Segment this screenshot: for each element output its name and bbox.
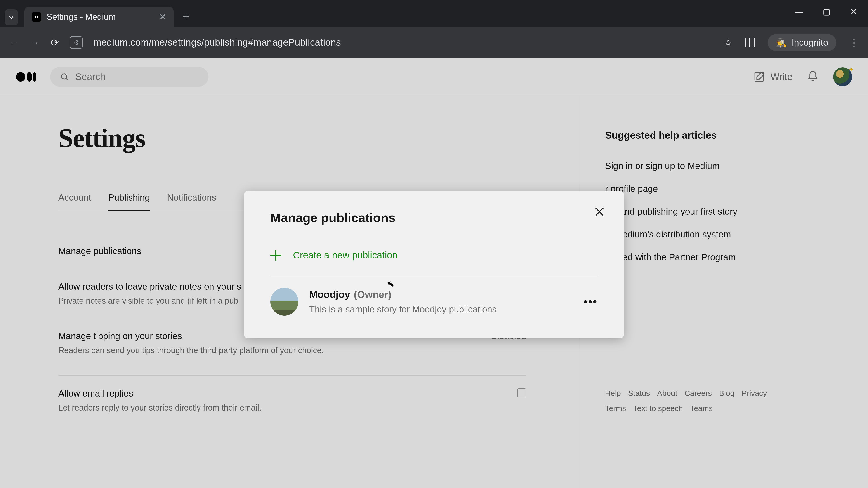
help-link[interactable]: Sign in or sign up to Medium [605, 161, 769, 171]
search-field[interactable] [50, 67, 209, 87]
publication-name: Moodjoy [309, 289, 350, 300]
help-link[interactable]: ing and publishing your first story [605, 206, 769, 217]
row-title: Manage publications [58, 246, 141, 256]
manage-publications-modal: Manage publications Create a new publica… [244, 191, 624, 338]
footer-link[interactable]: About [657, 389, 677, 398]
side-panel-icon[interactable] [745, 37, 755, 47]
nav-forward-button[interactable]: → [30, 37, 40, 48]
window-close-button[interactable]: ✕ [850, 8, 857, 16]
help-links: Sign in or sign up to Medium r profile p… [605, 161, 769, 262]
svg-point-0 [62, 74, 67, 79]
browser-tab[interactable]: •• Settings - Medium ✕ [24, 7, 174, 27]
tab-strip: •• Settings - Medium ✕ + [0, 0, 868, 27]
row-title: Allow email replies [58, 388, 261, 398]
footer-link[interactable]: Help [605, 389, 621, 398]
footer-link[interactable]: Teams [690, 404, 713, 413]
publication-more-button[interactable]: ••• [584, 295, 598, 308]
email-replies-checkbox[interactable] [517, 388, 526, 397]
footer-link[interactable]: Text to speech [633, 404, 683, 413]
nav-back-button[interactable]: ← [9, 37, 19, 48]
write-label: Write [771, 71, 793, 82]
tab-title: Settings - Medium [46, 12, 154, 22]
tab-account[interactable]: Account [58, 193, 91, 210]
avatar[interactable] [833, 67, 852, 86]
tab-notifications[interactable]: Notifications [167, 193, 216, 210]
bell-icon [807, 70, 819, 82]
write-button[interactable]: Write [753, 71, 793, 83]
modal-title: Manage publications [270, 210, 598, 225]
plus-icon [270, 250, 281, 261]
row-subtitle: Let readers reply to your stories direct… [58, 403, 261, 413]
publication-avatar [270, 288, 298, 316]
create-publication-label: Create a new publication [293, 250, 397, 261]
help-link[interactable]: ut Medium's distribution system [605, 229, 769, 239]
row-subtitle: Private notes are visible to you and (if… [58, 296, 241, 306]
aside-footer: Help Status About Careers Blog Privacy T… [605, 389, 769, 413]
row-subtitle: Readers can send you tips through the th… [58, 346, 324, 355]
publication-role: (Owner) [354, 289, 391, 300]
site-topbar: Write [0, 58, 868, 96]
medium-favicon: •• [32, 12, 41, 22]
svg-line-1 [66, 78, 68, 80]
footer-link[interactable]: Terms [605, 404, 626, 413]
bookmark-star-icon[interactable]: ☆ [724, 37, 733, 48]
incognito-label: Incognito [792, 37, 828, 48]
footer-link[interactable]: Privacy [742, 389, 767, 398]
modal-close-button[interactable] [593, 205, 606, 219]
publication-row[interactable]: Moodjoy (Owner) This is a sample story f… [270, 288, 598, 316]
footer-link[interactable]: Status [628, 389, 650, 398]
window-minimize-button[interactable]: — [795, 8, 803, 16]
address-bar[interactable]: medium.com/me/settings/publishing#manage… [93, 37, 713, 48]
publication-description: This is a sample story for Moodjoy publi… [309, 304, 573, 315]
footer-link[interactable]: Careers [684, 389, 712, 398]
write-icon [753, 71, 765, 83]
tab-publishing[interactable]: Publishing [108, 193, 150, 211]
help-link[interactable]: started with the Partner Program [605, 252, 769, 262]
tab-close-button[interactable]: ✕ [159, 12, 166, 22]
new-tab-button[interactable]: + [183, 9, 189, 23]
footer-link[interactable]: Blog [719, 389, 735, 398]
create-publication-button[interactable]: Create a new publication [270, 250, 598, 275]
site-settings-button[interactable]: ⚙ [70, 36, 83, 49]
page-title: Settings [58, 123, 579, 154]
browser-menu-button[interactable]: ⋮ [849, 37, 859, 48]
browser-toolbar: ← → ⟳ ⚙ medium.com/me/settings/publishin… [0, 27, 868, 58]
tab-search-dropdown[interactable] [4, 9, 18, 25]
close-icon [593, 205, 606, 218]
medium-logo[interactable] [16, 72, 36, 82]
window-controls: — ▢ ✕ [795, 8, 857, 16]
search-icon [60, 72, 69, 82]
help-link[interactable]: r profile page [605, 184, 769, 194]
incognito-icon: 🕵 [776, 37, 787, 48]
notifications-button[interactable] [807, 70, 819, 83]
row-title: Allow readers to leave private notes on … [58, 282, 241, 292]
aside-heading: Suggested help articles [605, 130, 769, 141]
nav-reload-button[interactable]: ⟳ [51, 37, 59, 48]
search-input[interactable] [75, 71, 198, 82]
row-email-replies[interactable]: Allow email replies Let readers reply to… [58, 376, 526, 425]
incognito-chip[interactable]: 🕵 Incognito [768, 34, 836, 51]
window-maximize-button[interactable]: ▢ [823, 8, 831, 16]
browser-chrome: •• Settings - Medium ✕ + — ▢ ✕ ← → ⟳ ⚙ m… [0, 0, 868, 488]
